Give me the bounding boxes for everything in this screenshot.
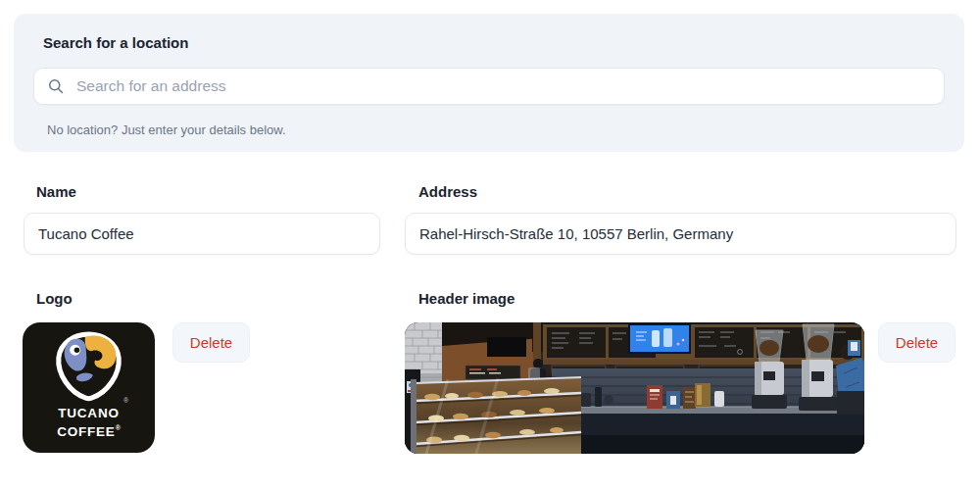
address-search-input[interactable] bbox=[74, 76, 931, 96]
emblem-registered-mark: ® bbox=[123, 397, 128, 404]
header-image-label: Header image bbox=[418, 290, 514, 307]
logo-brand-text: TUCANO COFFEE® bbox=[23, 406, 155, 439]
address-label: Address bbox=[418, 183, 477, 200]
logo-brand-line1: TUCANO bbox=[23, 406, 155, 420]
coffee-shop-photo bbox=[405, 322, 864, 454]
search-location-card: Search for a location No location? Just … bbox=[14, 14, 964, 152]
logo-label: Logo bbox=[36, 290, 73, 307]
address-search-box[interactable] bbox=[33, 68, 945, 105]
location-settings-page: Search for a location No location? Just … bbox=[0, 0, 980, 490]
name-label: Name bbox=[36, 183, 76, 200]
search-card-title: Search for a location bbox=[43, 34, 188, 51]
search-helper-text: No location? Just enter your details bel… bbox=[47, 122, 286, 137]
brand-registered-mark: ® bbox=[116, 424, 121, 431]
logo-delete-button[interactable]: Delete bbox=[172, 322, 250, 363]
name-input[interactable] bbox=[24, 213, 380, 255]
logo-brand-line2: COFFEE® bbox=[23, 420, 155, 439]
header-image-delete-button[interactable]: Delete bbox=[878, 322, 956, 363]
logo-image: ® TUCANO COFFEE® bbox=[23, 322, 155, 453]
header-image bbox=[405, 322, 864, 454]
search-icon bbox=[47, 77, 65, 95]
address-input[interactable] bbox=[405, 213, 956, 255]
toucan-emblem-icon bbox=[53, 330, 124, 403]
